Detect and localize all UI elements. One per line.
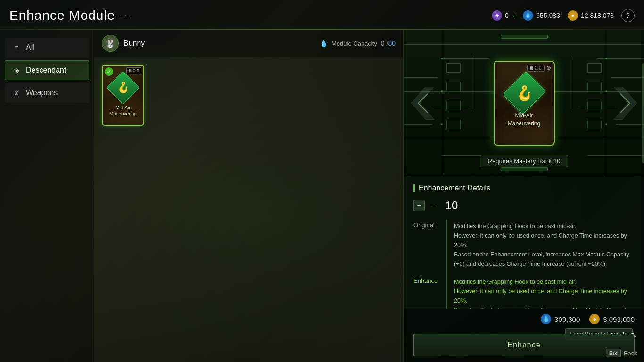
capacity-label: Module Capacity xyxy=(331,40,377,47)
currency-purple-plus: + xyxy=(512,13,515,18)
main-content: ≡ All ◈ Descendant ⚔ Weapons 🐰 Bunny xyxy=(0,30,644,362)
sidebar-item-weapons[interactable]: ⚔ Weapons xyxy=(5,83,89,103)
help-button[interactable]: ? xyxy=(621,9,635,22)
title-area: Enhance Module · · · xyxy=(9,8,132,23)
avatar: 🐰 xyxy=(102,35,119,52)
module-name-label: Mid-AirManeuvering xyxy=(107,105,139,117)
left-arrow-shape xyxy=(411,87,435,120)
module-diamond: 🪝 xyxy=(107,71,140,105)
module-grid: ✓ ⅢΩ0 ⊕ 🪝 Mid-AirManeuvering xyxy=(94,57,403,362)
detail-separator xyxy=(446,220,447,275)
weapons-icon: ⚔ xyxy=(12,88,21,98)
cost-gold-value: 3,093,000 xyxy=(603,315,635,323)
mastery-rank-badge: Requires Mastery Rank 10 xyxy=(480,155,569,167)
scrollbar-thumb xyxy=(642,63,644,163)
detail-row-original: Original Modifies the Grappling Hook to … xyxy=(413,220,635,275)
currency-gold-value: 12,818,078 xyxy=(581,12,614,19)
sidebar-label-descendant: Descendant xyxy=(26,66,66,74)
center-module-diamond: 🪝 xyxy=(503,71,546,115)
capacity-current: 0 xyxy=(381,40,385,47)
currency-blue-icon: 💧 xyxy=(523,10,533,21)
center-module-image: 🪝 xyxy=(510,79,538,107)
page-title: Enhance Module xyxy=(9,8,115,23)
top-bar: Enhance Module · · · ◈ 0 + 💧 655,983 ● 1… xyxy=(0,0,644,29)
level-minus-button[interactable]: − xyxy=(413,200,425,211)
section-header: Enhancement Details xyxy=(413,184,635,192)
level-control: − → 10 xyxy=(413,199,635,212)
center-type-icon: ⊕ xyxy=(546,65,551,71)
enhancement-details: Enhancement Details − → 10 Original Modi… xyxy=(404,176,644,309)
sidebar-label-weapons: Weapons xyxy=(26,89,58,97)
esc-back-area: Esc Back xyxy=(606,349,637,357)
currency-gold-icon: ● xyxy=(568,10,578,21)
sidebar: ≡ All ◈ Descendant ⚔ Weapons xyxy=(0,30,94,362)
module-display: ⅢΩ0 ⊕ 🪝 Mid-AirManeuvering xyxy=(404,30,644,176)
level-value: 10 xyxy=(445,199,459,212)
cost-gold-icon: ● xyxy=(589,314,600,324)
module-detail-card: ⅢΩ0 ⊕ 🪝 Mid-AirManeuvering xyxy=(494,61,555,146)
esc-key[interactable]: Esc xyxy=(606,349,621,357)
currency-blue-value: 655,983 xyxy=(536,12,560,19)
back-label: Back xyxy=(624,350,637,357)
right-arrow-shape xyxy=(613,87,637,120)
detail-row-enhance: Enhance Modifies the Grappling Hook to b… xyxy=(413,275,635,309)
currency-purple: ◈ 0 + xyxy=(492,10,515,21)
capacity-numbers: 0 /80 xyxy=(381,40,396,47)
equipped-badge: ✓ xyxy=(105,67,113,76)
enhance-button[interactable]: Enhance xyxy=(413,334,635,356)
cost-bar: 💧 309,300 ● 3,093,000 xyxy=(404,309,644,329)
previous-module-button[interactable] xyxy=(409,84,437,122)
cost-gold: ● 3,093,000 xyxy=(589,314,635,324)
module-card-inner: ✓ ⅢΩ0 ⊕ 🪝 Mid-AirManeuvering xyxy=(102,65,144,126)
center-level-badge: ⅢΩ0 xyxy=(527,65,544,72)
currency-purple-icon: ◈ xyxy=(492,10,502,21)
list-item[interactable]: ✓ ⅢΩ0 ⊕ 🪝 Mid-AirManeuvering xyxy=(102,65,149,126)
currency-purple-value: 0 xyxy=(505,12,509,19)
character-header: 🐰 Bunny 💧 Module Capacity 0 /80 xyxy=(94,30,403,57)
level-badge: ⅢΩ0 xyxy=(126,67,141,74)
module-image: 🪝 xyxy=(109,74,137,102)
currency-gold: ● 12,818,078 xyxy=(568,10,614,21)
right-panel: ⅢΩ0 ⊕ 🪝 Mid-AirManeuvering xyxy=(404,30,644,362)
descendant-icon: ◈ xyxy=(12,66,21,75)
sidebar-item-all[interactable]: ≡ All xyxy=(5,38,89,58)
detail-separator-2 xyxy=(446,275,447,309)
detail-table: Original Modifies the Grappling Hook to … xyxy=(413,220,635,309)
currency-blue: 💧 655,983 xyxy=(523,10,560,21)
level-arrow-icon: → xyxy=(430,201,439,210)
next-module-button[interactable] xyxy=(611,84,639,122)
center-module-name: Mid-AirManeuvering xyxy=(504,112,544,128)
original-content: Modifies the Grappling Hook to be cast m… xyxy=(447,220,635,275)
module-diamond-icon: 🪝 xyxy=(117,82,130,94)
all-icon: ≡ xyxy=(12,43,21,52)
scrollbar[interactable] xyxy=(641,30,644,362)
cost-blue-value: 309,300 xyxy=(554,315,580,323)
sidebar-label-all: All xyxy=(26,43,34,52)
sidebar-item-descendant[interactable]: ◈ Descendant xyxy=(5,60,89,80)
original-label: Original xyxy=(413,220,446,275)
title-dots: · · · xyxy=(120,12,132,19)
capacity-max: 80 xyxy=(388,40,396,47)
currency-area: ◈ 0 + 💧 655,983 ● 12,818,078 ? xyxy=(492,9,635,22)
capacity-icon: 💧 xyxy=(320,40,328,47)
center-module-diamond-icon: 🪝 xyxy=(515,84,533,101)
char-info: 🐰 Bunny xyxy=(102,35,145,52)
cost-blue: 💧 309,300 xyxy=(541,314,580,324)
enhance-content: Modifies the Grappling Hook to be cast m… xyxy=(447,275,635,309)
char-name: Bunny xyxy=(124,39,145,48)
section-title: Enhancement Details xyxy=(419,184,490,192)
module-card-top: ⅢΩ0 ⊕ xyxy=(527,65,551,72)
module-capacity-area: 💧 Module Capacity 0 /80 xyxy=(320,40,396,47)
center-panel: 🐰 Bunny 💧 Module Capacity 0 /80 ✓ xyxy=(94,30,404,362)
center-module-display: ⅢΩ0 ⊕ 🪝 Mid-AirManeuvering xyxy=(494,61,555,146)
cost-blue-icon: 💧 xyxy=(541,314,551,324)
enhance-label: Enhance xyxy=(413,275,446,309)
section-bar xyxy=(413,184,415,192)
